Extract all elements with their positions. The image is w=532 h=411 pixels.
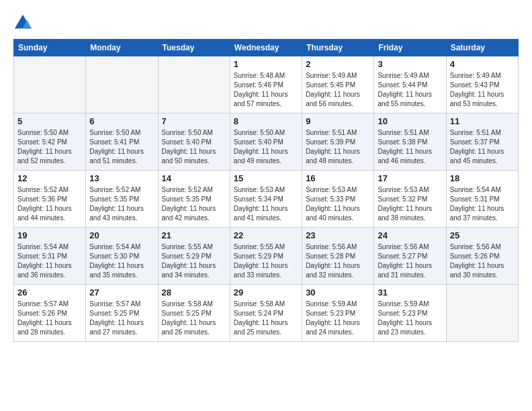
calendar-week-row: 5Sunrise: 5:50 AMSunset: 5:42 PMDaylight… [14, 113, 519, 171]
logo [13, 13, 34, 32]
day-number: 21 [162, 230, 226, 240]
calendar-cell: 19Sunrise: 5:54 AMSunset: 5:31 PMDayligh… [14, 228, 86, 285]
day-number: 9 [306, 116, 370, 126]
day-info: Sunrise: 5:51 AMSunset: 5:38 PMDaylight:… [378, 128, 442, 166]
day-info: Sunrise: 5:56 AMSunset: 5:27 PMDaylight:… [378, 242, 442, 280]
day-number: 8 [234, 116, 298, 126]
calendar-cell [14, 56, 86, 113]
calendar-cell: 16Sunrise: 5:53 AMSunset: 5:33 PMDayligh… [302, 171, 374, 228]
logo-icon [13, 13, 32, 32]
day-number: 1 [234, 59, 298, 69]
calendar-cell: 28Sunrise: 5:58 AMSunset: 5:25 PMDayligh… [158, 285, 230, 342]
calendar-cell: 2Sunrise: 5:49 AMSunset: 5:45 PMDaylight… [302, 56, 374, 113]
calendar-cell: 8Sunrise: 5:50 AMSunset: 5:40 PMDaylight… [230, 113, 302, 171]
day-number: 31 [378, 287, 442, 298]
day-number: 7 [162, 116, 226, 126]
day-number: 23 [306, 230, 370, 240]
day-info: Sunrise: 5:52 AMSunset: 5:35 PMDaylight:… [162, 185, 226, 223]
day-info: Sunrise: 5:50 AMSunset: 5:42 PMDaylight:… [17, 128, 82, 166]
calendar-cell: 1Sunrise: 5:48 AMSunset: 5:46 PMDaylight… [230, 56, 302, 113]
day-number: 17 [378, 173, 442, 183]
header [13, 13, 519, 32]
day-info: Sunrise: 5:57 AMSunset: 5:25 PMDaylight:… [89, 300, 154, 337]
calendar-week-row: 19Sunrise: 5:54 AMSunset: 5:31 PMDayligh… [14, 228, 519, 285]
calendar-cell: 25Sunrise: 5:56 AMSunset: 5:26 PMDayligh… [446, 228, 518, 285]
day-number: 16 [306, 173, 370, 183]
day-info: Sunrise: 5:53 AMSunset: 5:33 PMDaylight:… [306, 185, 370, 223]
day-info: Sunrise: 5:56 AMSunset: 5:26 PMDaylight:… [450, 242, 515, 280]
day-number: 24 [378, 230, 442, 240]
day-info: Sunrise: 5:55 AMSunset: 5:29 PMDaylight:… [234, 242, 298, 280]
day-number: 11 [450, 116, 515, 126]
day-info: Sunrise: 5:54 AMSunset: 5:31 PMDaylight:… [450, 185, 515, 223]
day-number: 10 [378, 116, 442, 126]
day-info: Sunrise: 5:48 AMSunset: 5:46 PMDaylight:… [234, 71, 298, 109]
calendar-cell: 27Sunrise: 5:57 AMSunset: 5:25 PMDayligh… [86, 285, 158, 342]
day-number: 18 [450, 173, 515, 183]
day-number: 29 [234, 287, 298, 298]
calendar-cell: 17Sunrise: 5:53 AMSunset: 5:32 PMDayligh… [374, 171, 446, 228]
day-info: Sunrise: 5:50 AMSunset: 5:41 PMDaylight:… [89, 128, 154, 166]
day-info: Sunrise: 5:49 AMSunset: 5:45 PMDaylight:… [306, 71, 370, 109]
calendar-cell: 26Sunrise: 5:57 AMSunset: 5:26 PMDayligh… [14, 285, 86, 342]
calendar-cell: 7Sunrise: 5:50 AMSunset: 5:40 PMDaylight… [158, 113, 230, 171]
day-number: 15 [234, 173, 298, 183]
calendar-cell: 21Sunrise: 5:55 AMSunset: 5:29 PMDayligh… [158, 228, 230, 285]
day-info: Sunrise: 5:52 AMSunset: 5:35 PMDaylight:… [89, 185, 154, 223]
calendar-cell: 22Sunrise: 5:55 AMSunset: 5:29 PMDayligh… [230, 228, 302, 285]
calendar-cell: 12Sunrise: 5:52 AMSunset: 5:36 PMDayligh… [14, 171, 86, 228]
page: SundayMondayTuesdayWednesdayThursdayFrid… [0, 0, 532, 349]
day-info: Sunrise: 5:54 AMSunset: 5:30 PMDaylight:… [89, 242, 154, 280]
calendar-cell: 29Sunrise: 5:58 AMSunset: 5:24 PMDayligh… [230, 285, 302, 342]
day-number: 26 [17, 287, 82, 298]
calendar-week-row: 1Sunrise: 5:48 AMSunset: 5:46 PMDaylight… [14, 56, 519, 113]
calendar-week-row: 12Sunrise: 5:52 AMSunset: 5:36 PMDayligh… [14, 171, 519, 228]
day-info: Sunrise: 5:59 AMSunset: 5:23 PMDaylight:… [306, 300, 370, 337]
calendar-cell: 14Sunrise: 5:52 AMSunset: 5:35 PMDayligh… [158, 171, 230, 228]
day-info: Sunrise: 5:51 AMSunset: 5:39 PMDaylight:… [306, 128, 370, 166]
calendar-cell: 5Sunrise: 5:50 AMSunset: 5:42 PMDaylight… [14, 113, 86, 171]
calendar-cell: 15Sunrise: 5:53 AMSunset: 5:34 PMDayligh… [230, 171, 302, 228]
calendar-cell [86, 56, 158, 113]
day-info: Sunrise: 5:57 AMSunset: 5:26 PMDaylight:… [17, 300, 82, 337]
weekday-header-thursday: Thursday [302, 40, 374, 56]
calendar-cell: 30Sunrise: 5:59 AMSunset: 5:23 PMDayligh… [302, 285, 374, 342]
calendar-cell: 24Sunrise: 5:56 AMSunset: 5:27 PMDayligh… [374, 228, 446, 285]
day-info: Sunrise: 5:53 AMSunset: 5:34 PMDaylight:… [234, 185, 298, 223]
day-info: Sunrise: 5:56 AMSunset: 5:28 PMDaylight:… [306, 242, 370, 280]
day-info: Sunrise: 5:55 AMSunset: 5:29 PMDaylight:… [162, 242, 226, 280]
day-info: Sunrise: 5:54 AMSunset: 5:31 PMDaylight:… [17, 242, 82, 280]
calendar-cell [446, 285, 518, 342]
calendar-table: SundayMondayTuesdayWednesdayThursdayFrid… [13, 39, 519, 342]
day-number: 27 [89, 287, 154, 298]
calendar-cell: 18Sunrise: 5:54 AMSunset: 5:31 PMDayligh… [446, 171, 518, 228]
day-info: Sunrise: 5:49 AMSunset: 5:43 PMDaylight:… [450, 71, 515, 109]
day-info: Sunrise: 5:58 AMSunset: 5:24 PMDaylight:… [234, 300, 298, 337]
day-info: Sunrise: 5:51 AMSunset: 5:37 PMDaylight:… [450, 128, 515, 166]
day-info: Sunrise: 5:58 AMSunset: 5:25 PMDaylight:… [162, 300, 226, 337]
day-info: Sunrise: 5:53 AMSunset: 5:32 PMDaylight:… [378, 185, 442, 223]
day-number: 6 [89, 116, 154, 126]
calendar-cell: 4Sunrise: 5:49 AMSunset: 5:43 PMDaylight… [446, 56, 518, 113]
calendar-cell: 13Sunrise: 5:52 AMSunset: 5:35 PMDayligh… [86, 171, 158, 228]
day-number: 25 [450, 230, 515, 240]
day-info: Sunrise: 5:49 AMSunset: 5:44 PMDaylight:… [378, 71, 442, 109]
day-number: 5 [17, 116, 82, 126]
day-number: 12 [17, 173, 82, 183]
calendar-week-row: 26Sunrise: 5:57 AMSunset: 5:26 PMDayligh… [14, 285, 519, 342]
day-info: Sunrise: 5:59 AMSunset: 5:23 PMDaylight:… [378, 300, 442, 337]
calendar-cell: 23Sunrise: 5:56 AMSunset: 5:28 PMDayligh… [302, 228, 374, 285]
calendar-cell: 3Sunrise: 5:49 AMSunset: 5:44 PMDaylight… [374, 56, 446, 113]
day-number: 22 [234, 230, 298, 240]
calendar-cell: 31Sunrise: 5:59 AMSunset: 5:23 PMDayligh… [374, 285, 446, 342]
calendar-cell: 10Sunrise: 5:51 AMSunset: 5:38 PMDayligh… [374, 113, 446, 171]
weekday-header-row: SundayMondayTuesdayWednesdayThursdayFrid… [14, 40, 519, 56]
day-number: 4 [450, 59, 515, 69]
day-number: 14 [162, 173, 226, 183]
weekday-header-saturday: Saturday [446, 40, 518, 56]
day-number: 13 [89, 173, 154, 183]
day-info: Sunrise: 5:52 AMSunset: 5:36 PMDaylight:… [17, 185, 82, 223]
calendar-cell: 9Sunrise: 5:51 AMSunset: 5:39 PMDaylight… [302, 113, 374, 171]
calendar-cell: 11Sunrise: 5:51 AMSunset: 5:37 PMDayligh… [446, 113, 518, 171]
day-number: 2 [306, 59, 370, 69]
